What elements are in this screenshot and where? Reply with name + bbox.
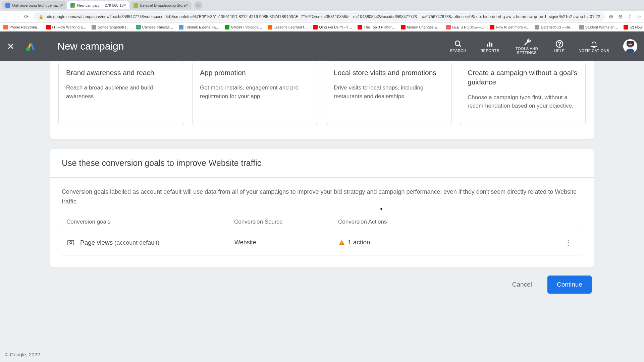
goal-description: Reach a broad audience and build awarene… [66, 83, 176, 101]
bookmark-item[interactable]: Sonderangebot! | … [92, 25, 130, 29]
goal-name: Page views [80, 239, 113, 246]
goal-tile-brand-awareness[interactable]: Brand awareness and reach Reach a broad … [58, 61, 184, 125]
bookmarks-bar: Phone Recycling… (1) How Working a… Sond… [0, 23, 644, 32]
svg-point-9 [559, 46, 559, 46]
favicon-icon [133, 3, 138, 8]
svg-rect-17 [341, 244, 342, 244]
close-button[interactable] [7, 42, 15, 50]
goal-title: App promotion [200, 68, 310, 77]
url-input[interactable]: 🔒 ads.google.com/aw/campaigns/new?ocid=3… [34, 12, 605, 21]
goal-suffix: (account default) [113, 239, 159, 246]
svg-rect-7 [491, 43, 492, 47]
goal-title: Create a campaign without a goal's guida… [468, 68, 578, 87]
goal-description: Choose a campaign type first, without a … [468, 93, 578, 110]
back-button[interactable]: ← [5, 14, 11, 20]
browser-tab[interactable]: Onlinewerbung leicht gemach × [2, 1, 66, 9]
lock-icon: 🔒 [39, 14, 44, 19]
svg-rect-14 [68, 240, 74, 245]
bookmark-item[interactable]: (1) How Working a… [46, 25, 87, 29]
section-title: Use these conversion goals to improve We… [50, 149, 594, 178]
goal-title: Brand awareness and reach [66, 68, 176, 77]
tab-title: New campaign - 279-560-18 [77, 3, 124, 7]
favicon-icon [5, 3, 10, 8]
tools-button[interactable]: TOOLS AND SETTINGS [514, 38, 540, 55]
continue-button[interactable]: Continue [547, 276, 592, 294]
svg-rect-13 [628, 45, 633, 47]
table-header: Conversion goals Conversion Source Conve… [62, 219, 582, 230]
url-text: ads.google.com/aw/campaigns/new?ocid=359… [46, 14, 600, 19]
reports-button[interactable]: REPORTS [480, 40, 499, 53]
goal-tile-app-promotion[interactable]: App promotion Get more installs, engagem… [192, 61, 318, 125]
svg-point-2 [26, 47, 30, 51]
more-menu-button[interactable]: ⋮ [559, 238, 577, 247]
svg-point-3 [455, 41, 460, 46]
tab-title: Onlinewerbung leicht gemach [12, 3, 61, 7]
bookmark-item[interactable]: How to get more v… [490, 25, 529, 29]
bookmark-item[interactable]: LEE´S HOUSE—… [446, 25, 484, 29]
user-avatar[interactable] [623, 39, 637, 53]
goal-description: Get more installs, engagement and pre-re… [200, 83, 310, 101]
bookmark-icon[interactable]: ☆ [636, 14, 642, 19]
share-icon[interactable]: ⤴ [627, 14, 632, 19]
section-description: Conversion goals labelled as account def… [50, 178, 594, 206]
app-header: New campaign SEARCH REPORTS TOOLS AND SE… [0, 32, 644, 61]
address-icons: ⊕ ⊖ ⤴ ☆ 🧩 ▦ ▣ ⋮ [608, 13, 644, 20]
campaign-goals-card: Brand awareness and reach Reach a broad … [50, 61, 594, 139]
wrench-icon [523, 38, 531, 46]
action-link[interactable]: 1 action [348, 239, 370, 246]
bookmark-item[interactable]: Lessons Learned f… [268, 25, 308, 29]
column-header: Conversion goals [66, 219, 234, 225]
close-icon[interactable]: × [124, 3, 126, 8]
bookmark-item[interactable]: Student Wants an… [579, 25, 618, 29]
goal-title: Local store visits and promotions [334, 68, 444, 77]
conversion-table: Conversion goals Conversion Source Conve… [50, 206, 594, 255]
column-header: Conversion Source [234, 219, 338, 225]
help-icon [555, 40, 564, 48]
content-area: Brand awareness and reach Reach a broad … [0, 61, 644, 362]
browser-tab[interactable]: Beispiel Dropshipping Store × [130, 1, 192, 9]
zoom-icon[interactable]: ⊖ [618, 14, 623, 19]
bookmark-item[interactable]: Qing Fei De Yi - Y… [313, 25, 352, 29]
bookmark-item[interactable]: Money Changes E… [401, 25, 441, 29]
bookmark-item[interactable]: Tutorial: Eigene Fa… [179, 25, 220, 29]
page-views-icon [67, 239, 75, 247]
svg-rect-6 [489, 42, 490, 47]
page-title: New campaign [57, 41, 124, 52]
copyright-text: © Google, 2022. [5, 352, 41, 357]
goal-description: Drive visits to local shops, including r… [334, 83, 444, 101]
browser-tab-strip: Onlinewerbung leicht gemach × New campai… [0, 0, 644, 11]
close-icon[interactable]: × [61, 3, 63, 8]
close-icon[interactable]: × [186, 3, 188, 8]
reload-button[interactable]: ⟳ [24, 13, 29, 20]
notifications-button[interactable]: NOTIFICATIONS [579, 40, 609, 53]
svg-point-15 [70, 242, 72, 244]
bell-icon [590, 40, 598, 48]
search-icon [454, 40, 462, 48]
search-button[interactable]: SEARCH [450, 40, 466, 53]
divider [47, 40, 47, 53]
footer-actions: Cancel Continue [50, 276, 594, 294]
goal-tile-no-goal[interactable]: Create a campaign without a goal's guida… [460, 61, 586, 125]
browser-tab-active[interactable]: New campaign - 279-560-18 × [67, 1, 129, 9]
cursor-icon: ◂ [380, 206, 382, 211]
warning-icon [338, 239, 345, 246]
conversion-goals-card: Use these conversion goals to improve We… [50, 149, 594, 267]
goal-tile-local-store[interactable]: Local store visits and promotions Drive … [326, 61, 452, 125]
svg-line-4 [459, 45, 461, 47]
svg-rect-5 [487, 44, 488, 47]
tab-title: Beispiel Dropshipping Store [140, 3, 186, 7]
forward-button[interactable]: → [15, 14, 20, 20]
bookmark-item[interactable]: Chinese translati… [136, 25, 173, 29]
favicon-icon [70, 3, 75, 8]
bookmark-item[interactable]: Datenschutz – Re… [535, 25, 574, 29]
translate-icon[interactable]: ⊕ [608, 14, 613, 19]
help-button[interactable]: HELP [554, 40, 565, 53]
reports-icon [486, 40, 494, 48]
bookmark-item[interactable]: (2) How To Add A… [624, 25, 644, 29]
bookmark-item[interactable]: GMSN - Vologda… [225, 25, 262, 29]
cancel-button[interactable]: Cancel [503, 276, 541, 294]
column-header: Conversion Actions [338, 219, 578, 225]
new-tab-button[interactable]: + [194, 1, 202, 9]
bookmark-item[interactable]: Phone Recycling… [3, 25, 41, 29]
bookmark-item[interactable]: The Top 3 Platfor… [358, 25, 395, 29]
